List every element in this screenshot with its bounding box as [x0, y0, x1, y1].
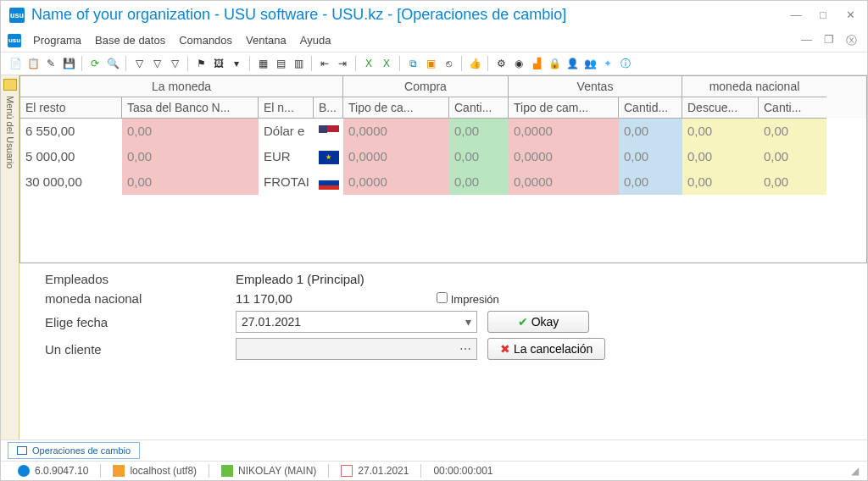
database-icon [113, 465, 125, 477]
titlebar: usu Name of your organization - USU soft… [1, 1, 867, 29]
minimize-button[interactable]: — [787, 7, 804, 24]
window2-icon[interactable]: ▣ [423, 56, 438, 71]
col-desc[interactable]: Descue... [682, 97, 759, 119]
table-row[interactable]: 6 550,000,00Dólar e0,00000,000,00000,000… [20, 119, 866, 144]
filter2-icon[interactable]: ▽ [149, 56, 164, 71]
cliente-input[interactable]: ⋯ [236, 338, 477, 360]
menubar: usu Programa Base de datos Comandos Vent… [1, 29, 867, 53]
table-row[interactable]: 30 000,000,00FROTAI0,00000,000,00000,000… [20, 169, 866, 195]
excel-icon[interactable]: X [361, 56, 376, 71]
chevron-down-icon[interactable]: ▾ [229, 56, 244, 71]
data-grid: La moneda Compra Ventas moneda nacional … [19, 75, 867, 263]
refresh-icon[interactable]: ⟳ [87, 56, 103, 71]
col-cantic[interactable]: Canti... [449, 97, 509, 119]
statusbar: 6.0.9047.10 localhost (utf8) NIKOLAY (MA… [1, 462, 867, 480]
col-group-compra[interactable]: Compra [343, 76, 509, 97]
table-row[interactable]: 5 000,000,00EUR0,00000,000,00000,000,000… [20, 144, 866, 169]
maximize-button[interactable]: □ [815, 7, 832, 24]
info-status-icon [18, 465, 30, 477]
status-date: 27.01.2021 [358, 465, 409, 477]
form-panel: Empleados Empleado 1 (Principal) moneda … [19, 263, 867, 373]
okay-button[interactable]: ✔Okay [487, 311, 589, 333]
menu-comandos[interactable]: Comandos [172, 30, 239, 50]
toolbar: 📄 📋 ✎ 💾 ⟳ 🔍 ▽ ▽ ▽ ⚑ 🖼 ▾ ▦ ▤ ▥ ⇤ ⇥ X X ⧉ … [1, 53, 867, 75]
empleados-label: Empleados [45, 272, 236, 286]
exit-icon[interactable]: ⎋ [441, 56, 456, 71]
tab-icon [17, 446, 27, 455]
grid1-icon[interactable]: ▦ [255, 56, 270, 71]
flag-eu-icon [319, 151, 339, 164]
filter3-icon[interactable]: ▽ [167, 56, 182, 71]
fwd-icon[interactable]: ⇥ [335, 56, 350, 71]
cliente-label: Un cliente [45, 342, 236, 357]
col-resto[interactable]: El resto [20, 97, 122, 119]
menu-basedatos[interactable]: Base de datos [88, 30, 172, 50]
window-title: Name of your organization - USU software… [31, 6, 777, 24]
status-version: 6.0.9047.10 [35, 465, 88, 477]
fecha-input[interactable]: 27.01.2021▾ [236, 311, 477, 333]
cancel-label: La cancelación [514, 342, 593, 356]
mdi-close-button[interactable]: ⓧ [843, 31, 860, 50]
wand-icon[interactable]: ✦ [600, 56, 615, 71]
filter-icon[interactable]: ▽ [131, 56, 147, 71]
mdi-minimize-button[interactable]: — [798, 31, 815, 50]
gear-icon[interactable]: ⚙ [493, 56, 509, 71]
image-icon[interactable]: 🖼 [211, 56, 226, 71]
flag-icon[interactable]: ⚑ [193, 56, 209, 71]
rss-icon[interactable]: ▟ [529, 56, 544, 71]
fecha-value: 27.01.2021 [242, 315, 301, 329]
nacional-value: 11 170,00 [236, 291, 292, 306]
info-icon[interactable]: ⓘ [618, 56, 633, 71]
empleados-value: Empleado 1 (Principal) [236, 272, 364, 286]
status-user: NIKOLAY (MAIN) [238, 465, 316, 477]
grid2-icon[interactable]: ▤ [273, 56, 288, 71]
menu-ventana[interactable]: Ventana [239, 30, 293, 50]
close-button[interactable]: ✕ [842, 7, 859, 24]
save-icon[interactable]: 💾 [61, 56, 76, 71]
app-logo-icon: usu [9, 8, 25, 23]
menu-programa[interactable]: Programa [26, 30, 88, 50]
col-bandera[interactable]: B... [314, 97, 343, 119]
col-group-nacional[interactable]: moneda nacional [682, 76, 826, 97]
color-icon[interactable]: ◉ [511, 56, 526, 71]
flag-us-icon [319, 125, 339, 139]
col-nombre[interactable]: El n... [259, 97, 314, 119]
users-icon[interactable]: 👥 [582, 56, 598, 71]
tab-strip: Operaciones de cambio [1, 440, 867, 462]
excel2-icon[interactable]: X [379, 56, 394, 71]
col-cantin[interactable]: Canti... [759, 97, 826, 119]
impresion-label: Impresión [451, 293, 499, 306]
impresion-checkbox[interactable] [437, 292, 448, 303]
flag-ru-icon [319, 176, 339, 190]
app-logo-small-icon: usu [8, 34, 21, 47]
back-icon[interactable]: ⇤ [317, 56, 332, 71]
lock-icon[interactable]: 🔒 [547, 56, 562, 71]
status-host: localhost (utf8) [130, 465, 197, 477]
tab-operaciones[interactable]: Operaciones de cambio [8, 442, 140, 459]
menu-ayuda[interactable]: Ayuda [293, 30, 338, 50]
user-status-icon [221, 465, 233, 477]
col-tasa[interactable]: Tasa del Banco N... [122, 97, 259, 119]
thumb-icon[interactable]: 👍 [467, 56, 482, 71]
folder-icon [3, 79, 17, 91]
search-icon[interactable]: 🔍 [105, 56, 120, 71]
fecha-label: Elige fecha [45, 315, 236, 329]
chevron-down-icon[interactable]: ▾ [465, 315, 471, 329]
col-group-moneda[interactable]: La moneda [20, 76, 343, 97]
col-tipoc[interactable]: Tipo de ca... [343, 97, 449, 119]
copy-icon[interactable]: 📋 [25, 56, 41, 71]
cancel-button[interactable]: ✖La cancelación [487, 338, 605, 360]
mdi-restore-button[interactable]: ❐ [821, 31, 837, 50]
col-group-ventas[interactable]: Ventas [509, 76, 682, 97]
col-cantiv[interactable]: Cantid... [619, 97, 682, 119]
ellipsis-icon[interactable]: ⋯ [459, 342, 471, 356]
resize-grip-icon[interactable]: ◢ [851, 465, 859, 477]
user-icon[interactable]: 👤 [565, 56, 580, 71]
edit-icon[interactable]: ✎ [43, 56, 58, 71]
sidebar[interactable]: Menú del Usuario [1, 75, 19, 440]
col-tipov[interactable]: Tipo de cam... [509, 97, 619, 119]
new-icon[interactable]: 📄 [8, 56, 23, 71]
window-icon[interactable]: ⧉ [405, 56, 420, 71]
grid3-icon[interactable]: ▥ [291, 56, 306, 71]
status-timer: 00:00:00:001 [433, 465, 492, 477]
